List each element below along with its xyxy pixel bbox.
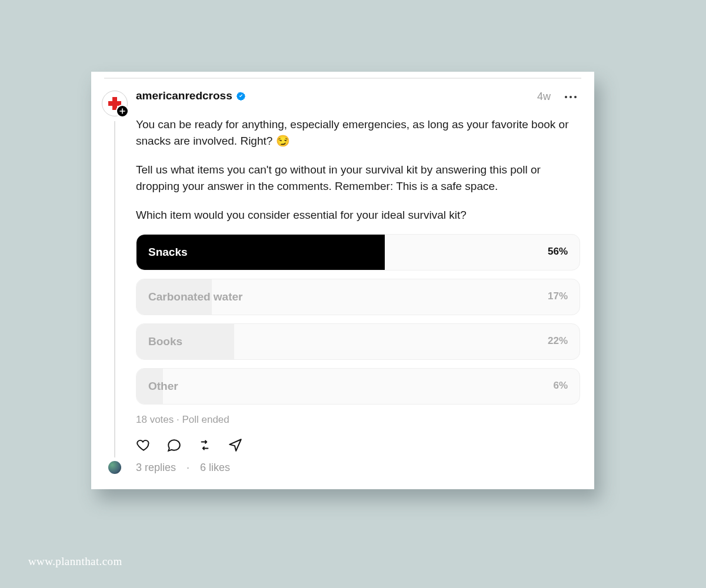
- poll-percent: 17%: [548, 289, 568, 304]
- poll-option[interactable]: Carbonated water 17%: [136, 279, 580, 315]
- replies-link[interactable]: 3 replies: [136, 462, 176, 474]
- post-head-right: 4w: [537, 89, 580, 103]
- comment-icon: [166, 437, 182, 453]
- repost-icon: [197, 437, 212, 453]
- poll-percent: 22%: [548, 334, 568, 349]
- post-card: americanredcross 4w You can be ready: [91, 72, 594, 489]
- likes-link[interactable]: 6 likes: [200, 462, 230, 474]
- post-paragraph: You can be ready for anything, especiall…: [136, 116, 580, 149]
- poll-question: Which item would you consider essential …: [136, 207, 580, 223]
- username-row: americanredcross: [136, 89, 537, 102]
- thread-rail: [102, 116, 128, 457]
- poll-option[interactable]: Other 6%: [136, 368, 580, 405]
- thread-content: You can be ready for anything, especiall…: [128, 116, 580, 457]
- avatar[interactable]: [102, 91, 128, 116]
- thread-line: [114, 121, 115, 457]
- share-button[interactable]: [228, 437, 243, 453]
- username[interactable]: americanredcross: [136, 89, 232, 102]
- poll-option[interactable]: Snacks 56%: [136, 234, 580, 270]
- post-text: You can be ready for anything, especiall…: [136, 116, 580, 223]
- post-paragraph: Tell us what items you can't go without …: [136, 162, 580, 194]
- poll-label: Books: [136, 333, 182, 350]
- like-button[interactable]: [136, 437, 151, 453]
- add-story-badge[interactable]: [116, 105, 129, 118]
- verified-icon: [236, 91, 246, 101]
- poll: Snacks 56% Carbonated water 17% Books 22…: [136, 234, 580, 405]
- more-options-button[interactable]: [561, 92, 580, 102]
- post-timestamp: 4w: [537, 91, 551, 103]
- comment-button[interactable]: [166, 437, 182, 453]
- action-row: [136, 435, 580, 457]
- repost-button[interactable]: [197, 437, 212, 453]
- heart-icon: [136, 437, 151, 453]
- send-icon: [228, 437, 243, 453]
- poll-percent: 56%: [548, 245, 568, 259]
- reply-avatar-stack[interactable]: [102, 461, 128, 474]
- reply-avatar: [108, 461, 121, 474]
- post-header: americanredcross 4w: [91, 79, 594, 116]
- post-footer: 3 replies · 6 likes: [91, 457, 594, 474]
- thread-area: You can be ready for anything, especiall…: [91, 116, 594, 457]
- poll-label: Snacks: [136, 244, 188, 260]
- watermark: www.plannthat.com: [28, 555, 122, 568]
- poll-meta: 18 votes · Poll ended: [136, 413, 580, 427]
- post-head-main: americanredcross: [136, 89, 537, 102]
- poll-option[interactable]: Books 22%: [136, 323, 580, 360]
- poll-percent: 6%: [553, 379, 568, 393]
- poll-label: Carbonated water: [136, 289, 242, 305]
- poll-label: Other: [136, 378, 178, 395]
- separator: ·: [184, 462, 192, 474]
- plus-icon: [119, 108, 125, 114]
